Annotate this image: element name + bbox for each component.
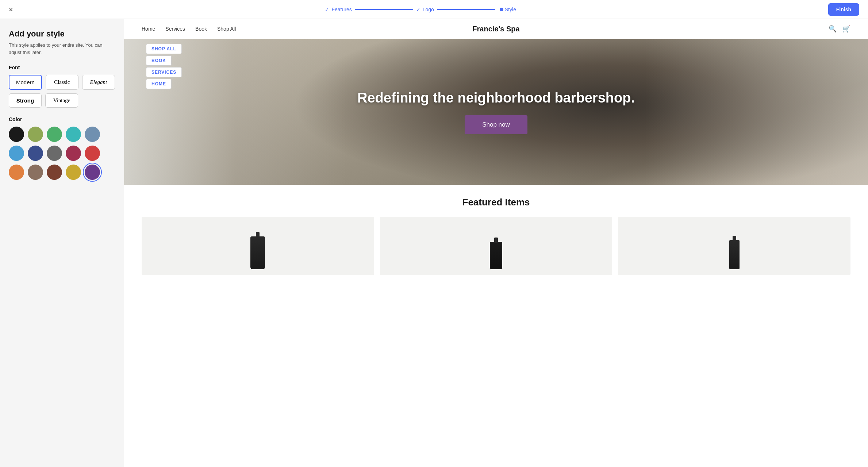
check-features-icon: ✓ [325, 7, 329, 12]
color-swatch-black[interactable] [9, 127, 24, 142]
nav-dropdown-shop-all[interactable]: SHOP ALL [146, 44, 182, 54]
product-bottle-3 [729, 240, 740, 269]
hero-section: Redefining the neighborhood barbershop. … [124, 39, 868, 185]
product-bottle-1 [250, 236, 265, 269]
color-swatch-orange[interactable] [9, 165, 24, 180]
color-swatch-taupe[interactable] [28, 165, 43, 180]
step-style-label: Style [505, 7, 516, 12]
progress-bar: ✓ Features ✓ Logo Style [325, 7, 516, 12]
hero-title: Redefining the neighborhood barbershop. [357, 90, 635, 107]
color-swatch-purple[interactable] [85, 165, 100, 180]
nav-dropdown-book[interactable]: BOOK [146, 55, 172, 66]
site-nav-links: Home Services Book Shop All [142, 26, 236, 32]
color-swatch-green[interactable] [47, 127, 62, 142]
cart-icon[interactable]: 🛒 [842, 25, 850, 33]
nav-link-book[interactable]: Book [195, 26, 207, 32]
font-grid: Modern Classic Elegant Strong Vintage [9, 75, 115, 108]
search-icon[interactable]: 🔍 [829, 25, 837, 33]
panel-description: This style applies to your entire site. … [9, 42, 115, 56]
close-button[interactable]: × [9, 6, 13, 13]
color-swatch-light-blue[interactable] [9, 146, 24, 161]
step-style-dot [500, 8, 503, 11]
top-bar: × ✓ Features ✓ Logo Style Finish [0, 0, 868, 19]
site-logo: Francie's Spa [472, 25, 519, 33]
color-swatch-gold[interactable] [66, 165, 81, 180]
right-preview: SHOP ALL BOOK SERVICES HOME Home Service… [124, 19, 868, 467]
featured-grid [142, 217, 850, 275]
left-panel: Add your style This style applies to you… [0, 19, 124, 467]
font-btn-strong[interactable]: Strong [9, 93, 42, 108]
nav-link-home[interactable]: Home [142, 26, 155, 32]
product-card-1[interactable] [142, 217, 374, 275]
check-logo-icon: ✓ [416, 7, 420, 12]
main-layout: Add your style This style applies to you… [0, 19, 868, 467]
finish-button[interactable]: Finish [828, 3, 859, 16]
font-btn-elegant[interactable]: Elegant [82, 75, 115, 90]
product-card-2[interactable] [380, 217, 612, 275]
nav-dropdown-home[interactable]: HOME [146, 79, 172, 89]
shop-now-button[interactable]: Shop now [465, 115, 527, 134]
color-swatch-gray[interactable] [47, 146, 62, 161]
nav-link-services[interactable]: Services [165, 26, 185, 32]
color-swatch-olive-green[interactable] [28, 127, 43, 142]
step-logo: ✓ Logo [416, 7, 434, 12]
color-grid [9, 127, 115, 180]
progress-line-1 [355, 9, 413, 10]
nav-dropdowns: SHOP ALL BOOK SERVICES HOME [146, 44, 182, 89]
panel-title: Add your style [9, 29, 115, 39]
step-logo-label: Logo [423, 7, 434, 12]
font-btn-vintage[interactable]: Vintage [45, 93, 78, 108]
color-swatch-navy[interactable] [28, 146, 43, 161]
hero-content: Redefining the neighborhood barbershop. … [357, 90, 635, 134]
nav-link-shop-all[interactable]: Shop All [217, 26, 236, 32]
step-features-label: Features [331, 7, 352, 12]
font-btn-classic[interactable]: Classic [46, 75, 78, 90]
featured-title: Featured Items [142, 197, 850, 208]
progress-line-2 [437, 9, 495, 10]
color-swatch-brown[interactable] [47, 165, 62, 180]
step-features: ✓ Features [325, 7, 352, 12]
color-swatch-dark-red[interactable] [66, 146, 81, 161]
step-style: Style [505, 7, 516, 12]
product-card-3[interactable] [618, 217, 850, 275]
nav-dropdown-services[interactable]: SERVICES [146, 67, 182, 77]
font-section-label: Font [9, 65, 115, 70]
color-section-label: Color [9, 116, 115, 122]
color-swatch-blue-gray[interactable] [85, 127, 100, 142]
featured-section: Featured Items [124, 185, 868, 287]
font-btn-modern[interactable]: Modern [9, 75, 42, 90]
site-nav-icons: 🔍 🛒 [829, 25, 850, 33]
site-nav: Home Services Book Shop All Francie's Sp… [124, 19, 868, 39]
color-swatch-red[interactable] [85, 146, 100, 161]
product-bottle-2 [490, 242, 502, 269]
color-swatch-teal[interactable] [66, 127, 81, 142]
